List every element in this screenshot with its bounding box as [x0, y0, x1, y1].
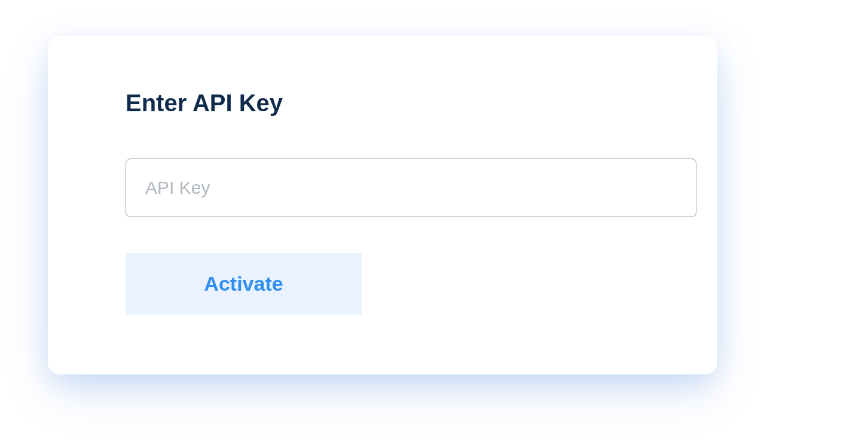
card-title: Enter API Key [126, 90, 640, 117]
activate-button[interactable]: Activate [126, 253, 362, 315]
api-key-card: Enter API Key Activate [48, 36, 717, 374]
api-key-input[interactable] [126, 159, 696, 217]
